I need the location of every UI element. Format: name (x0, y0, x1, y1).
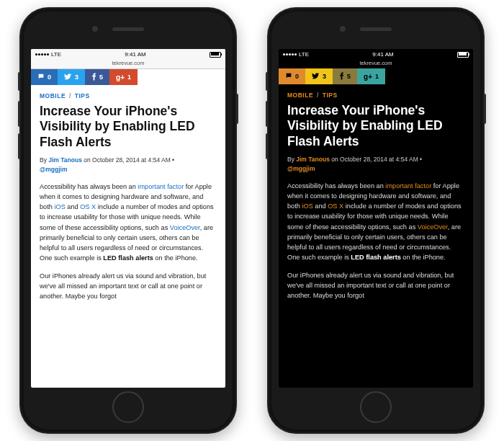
speech-bubble-icon (285, 72, 292, 81)
power-button (236, 94, 238, 124)
crumb-tips[interactable]: TIPS (323, 92, 338, 99)
page-title: Increase Your iPhone's Visibility by Ena… (40, 104, 217, 150)
mute-switch (266, 72, 268, 91)
front-camera (92, 26, 98, 32)
byline: By Jim Tanous on October 28, 2014 at 4:5… (40, 156, 217, 174)
facebook-count: 5 (347, 73, 351, 80)
breadcrumb: MOBILE / TIPS (40, 92, 217, 99)
mute-switch (18, 72, 20, 91)
comment-count: 0 (295, 73, 299, 80)
url-bar[interactable]: tekrevue.com (279, 59, 473, 68)
breadcrumb: MOBILE / TIPS (287, 92, 464, 99)
page-title: Increase Your iPhone's Visibility by Ena… (287, 103, 464, 149)
clock: 9:41 AM (372, 51, 393, 58)
share-gplus-button[interactable]: g+ 1 (109, 69, 138, 85)
share-twitter-button[interactable]: 3 (58, 69, 85, 85)
inline-link[interactable]: VoiceOver (170, 224, 200, 231)
carrier-label: LTE (51, 51, 61, 58)
signal-dots-icon (283, 53, 297, 55)
phone-light: LTE 9:41 AM tekrevue.com 0 (19, 7, 237, 434)
paragraph-1: Accessibility has always been an importa… (40, 182, 217, 264)
twitter-handle-link[interactable]: @mggjim (40, 166, 68, 173)
comment-count: 0 (48, 74, 51, 81)
inline-link[interactable]: VoiceOver (418, 223, 448, 231)
gplus-count: 1 (375, 73, 379, 80)
author-link[interactable]: Jim Tanous (48, 156, 82, 164)
gplus-icon: g+ (364, 73, 372, 81)
volume-down (266, 133, 268, 159)
facebook-icon (91, 73, 96, 82)
facebook-icon (339, 72, 344, 81)
carrier-label: LTE (299, 51, 309, 58)
twitter-handle-link[interactable]: @mggjim (287, 165, 315, 172)
status-bar: LTE 9:41 AM (31, 49, 225, 59)
inline-link[interactable]: important factor (138, 183, 184, 190)
earpiece (360, 27, 392, 31)
front-camera (340, 26, 346, 32)
twitter-icon (312, 72, 320, 81)
crumb-separator: / (69, 92, 71, 99)
inline-link[interactable]: OS X (80, 203, 96, 210)
clock: 9:41 AM (125, 51, 145, 58)
home-button[interactable] (112, 391, 144, 423)
twitter-count: 3 (323, 73, 326, 80)
crumb-mobile[interactable]: MOBILE (287, 92, 313, 99)
share-comment-button[interactable]: 0 (31, 69, 58, 85)
inline-link[interactable]: iOS (54, 203, 65, 210)
volume-up (18, 101, 20, 127)
volume-up (266, 101, 268, 127)
speech-bubble-icon (37, 73, 45, 81)
twitter-count: 3 (75, 74, 78, 81)
twitter-icon (64, 73, 72, 82)
signal-dots-icon (35, 53, 49, 55)
crumb-tips[interactable]: TIPS (75, 92, 90, 99)
inline-link[interactable]: OS X (328, 202, 343, 210)
power-button (484, 94, 486, 124)
phone-dark: LTE 9:41 AM tekrevue.com 0 (267, 7, 485, 434)
share-bar: 0 3 5 g+ 1 (31, 69, 225, 85)
gplus-count: 1 (127, 74, 131, 81)
volume-down (18, 133, 20, 159)
gplus-icon: g+ (116, 74, 125, 81)
battery-icon (210, 52, 221, 58)
facebook-count: 5 (99, 74, 103, 81)
share-twitter-button[interactable]: 3 (305, 68, 333, 84)
home-button[interactable] (360, 391, 392, 423)
paragraph-2: Our iPhones already alert us via sound a… (287, 270, 464, 301)
inline-link[interactable]: important factor (385, 182, 431, 190)
byline: By Jim Tanous on October 28, 2014 at 4:5… (287, 155, 464, 174)
share-facebook-button[interactable]: 5 (85, 69, 109, 85)
crumb-separator: / (317, 92, 319, 99)
earpiece (112, 27, 144, 31)
inline-link[interactable]: iOS (302, 202, 312, 210)
crumb-mobile[interactable]: MOBILE (40, 92, 66, 99)
paragraph-1: Accessibility has always been an importa… (287, 181, 464, 263)
share-facebook-button[interactable]: 5 (333, 68, 357, 84)
status-bar: LTE 9:41 AM (279, 49, 473, 59)
author-link[interactable]: Jim Tanous (296, 156, 330, 163)
battery-icon (457, 52, 469, 58)
screen: LTE 9:41 AM tekrevue.com 0 (31, 49, 225, 388)
share-gplus-button[interactable]: g+ 1 (357, 68, 385, 84)
screen: LTE 9:41 AM tekrevue.com 0 (279, 49, 473, 388)
share-bar: 0 3 5 g+ 1 (279, 68, 473, 84)
paragraph-2: Our iPhones already alert us via sound a… (40, 271, 217, 302)
url-bar[interactable]: tekrevue.com (31, 59, 225, 69)
share-comment-button[interactable]: 0 (279, 68, 305, 84)
